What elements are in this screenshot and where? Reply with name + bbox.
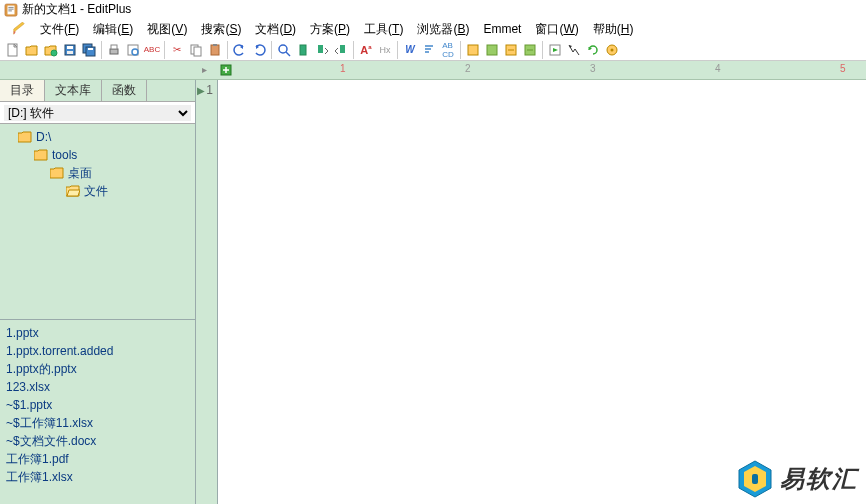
tool-arrow[interactable] xyxy=(565,41,583,59)
menu-edit[interactable]: 编辑(E) xyxy=(87,20,139,39)
file-item[interactable]: 123.xlsx xyxy=(6,378,189,396)
tool-bookmark-next[interactable] xyxy=(313,41,331,59)
menu-search[interactable]: 搜索(S) xyxy=(195,20,247,39)
svg-rect-9 xyxy=(88,48,93,50)
tree-item[interactable]: 文件 xyxy=(2,182,193,200)
ruler-mark-2: 2 xyxy=(465,63,471,74)
menu-icon xyxy=(6,21,32,37)
svg-rect-20 xyxy=(318,45,323,53)
side-tabs: 目录 文本库 函数 xyxy=(0,80,195,102)
svg-rect-23 xyxy=(487,45,497,55)
tool-new[interactable] xyxy=(4,41,22,59)
tool-box2[interactable] xyxy=(483,41,501,59)
line-number: ▶1 xyxy=(196,82,217,98)
folder-icon xyxy=(34,149,48,161)
menu-help[interactable]: 帮助(H) xyxy=(587,20,640,39)
tree-label: tools xyxy=(52,148,77,162)
file-item[interactable]: 工作簿1.xlsx xyxy=(6,468,189,486)
tool-openremote[interactable] xyxy=(42,41,60,59)
tool-undo[interactable] xyxy=(231,41,249,59)
watermark-icon xyxy=(738,460,772,498)
tool-redo[interactable] xyxy=(250,41,268,59)
tab-cliptext[interactable]: 文本库 xyxy=(45,80,102,101)
drive-select[interactable]: [D:] 软件 xyxy=(4,105,191,121)
tree-label: 桌面 xyxy=(68,165,92,182)
svg-point-3 xyxy=(51,50,57,56)
svg-rect-15 xyxy=(194,47,201,56)
current-line-arrow-icon: ▶ xyxy=(197,85,205,96)
svg-rect-10 xyxy=(110,49,118,54)
file-item[interactable]: ~$文档文件.docx xyxy=(6,432,189,450)
file-item[interactable]: 1.pptx xyxy=(6,324,189,342)
tool-find[interactable] xyxy=(275,41,293,59)
title-bar: 新的文档1 - EditPlus xyxy=(0,0,866,19)
tool-saveall[interactable] xyxy=(80,41,98,59)
svg-rect-22 xyxy=(468,45,478,55)
tool-bookmark[interactable] xyxy=(294,41,312,59)
drive-select-row: [D:] 软件 xyxy=(0,102,195,124)
tab-functions[interactable]: 函数 xyxy=(102,80,147,101)
app-icon xyxy=(4,3,18,17)
tool-sort2[interactable]: ABCD xyxy=(439,41,457,59)
tool-font[interactable]: Aa xyxy=(357,41,375,59)
gutter: ▶1 xyxy=(196,80,218,504)
folder-icon xyxy=(18,131,32,143)
tool-bookmark-prev[interactable] xyxy=(332,41,350,59)
tool-open[interactable] xyxy=(23,41,41,59)
tool-hex[interactable]: Hx xyxy=(376,41,394,59)
ruler-mark-5: 5 xyxy=(840,63,846,74)
side-panel: 目录 文本库 函数 [D:] 软件 D:\ tools 桌面 xyxy=(0,80,196,504)
tool-cut[interactable]: ✂ xyxy=(168,41,186,59)
tool-box3[interactable] xyxy=(502,41,520,59)
tab-directory[interactable]: 目录 xyxy=(0,80,45,101)
menu-emmet[interactable]: Emmet xyxy=(477,21,527,37)
tool-save[interactable] xyxy=(61,41,79,59)
tool-copy[interactable] xyxy=(187,41,205,59)
svg-point-18 xyxy=(279,45,287,53)
watermark-text: 易软汇 xyxy=(780,463,858,495)
file-item[interactable]: ~$工作簿11.xlsx xyxy=(6,414,189,432)
tool-box4[interactable] xyxy=(521,41,539,59)
menu-window[interactable]: 窗口(W) xyxy=(529,20,584,39)
svg-rect-19 xyxy=(300,45,306,55)
svg-rect-11 xyxy=(111,45,117,49)
folder-tree[interactable]: D:\ tools 桌面 文件 xyxy=(0,124,195,319)
tool-wrap[interactable]: W xyxy=(401,41,419,59)
ruler-mark-1: 1 xyxy=(340,63,346,74)
tree-item[interactable]: 桌面 xyxy=(2,164,193,182)
file-item[interactable]: 1.pptx的.pptx xyxy=(6,360,189,378)
watermark: 易软汇 xyxy=(738,460,858,498)
file-list[interactable]: 1.pptx 1.pptx.torrent.added 1.pptx的.pptx… xyxy=(0,319,195,504)
tool-paste[interactable] xyxy=(206,41,224,59)
ruler: ▸ 1 2 3 4 5 xyxy=(0,61,866,80)
tool-box1[interactable] xyxy=(464,41,482,59)
text-editor[interactable] xyxy=(218,80,866,504)
file-item[interactable]: 工作簿1.pdf xyxy=(6,450,189,468)
menu-browser[interactable]: 浏览器(B) xyxy=(411,20,475,39)
tree-item[interactable]: D:\ xyxy=(2,128,193,146)
ruler-mark-3: 3 xyxy=(590,63,596,74)
tool-sort1[interactable] xyxy=(420,41,438,59)
menu-doc[interactable]: 文档(D) xyxy=(249,20,302,39)
tool-run[interactable] xyxy=(546,41,564,59)
tree-item[interactable]: tools xyxy=(2,146,193,164)
tool-spellcheck[interactable]: ABC xyxy=(143,41,161,59)
tree-label: 文件 xyxy=(84,183,108,200)
svg-rect-5 xyxy=(67,46,73,49)
svg-point-28 xyxy=(611,48,614,51)
menu-file[interactable]: 文件(F) xyxy=(34,20,85,39)
tool-print[interactable] xyxy=(105,41,123,59)
file-item[interactable]: ~$1.pptx xyxy=(6,396,189,414)
tool-preview[interactable] xyxy=(124,41,142,59)
file-item[interactable]: 1.pptx.torrent.added xyxy=(6,342,189,360)
menu-tools[interactable]: 工具(T) xyxy=(358,20,409,39)
ruler-mark-4: 4 xyxy=(715,63,721,74)
menu-project[interactable]: 方案(P) xyxy=(304,20,356,39)
svg-rect-32 xyxy=(752,474,758,484)
svg-rect-17 xyxy=(213,44,217,46)
menu-view[interactable]: 视图(V) xyxy=(141,20,193,39)
svg-rect-21 xyxy=(340,45,345,53)
tool-sync[interactable] xyxy=(584,41,602,59)
folder-icon xyxy=(50,167,64,179)
tool-gear[interactable] xyxy=(603,41,621,59)
